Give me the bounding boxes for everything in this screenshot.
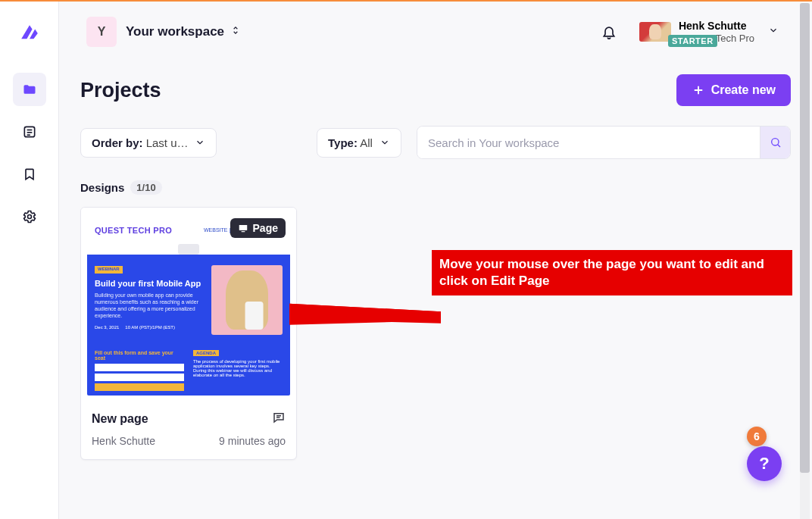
nav-templates[interactable] [13,115,46,149]
create-new-button[interactable]: Create new [676,74,791,106]
designs-count: 1/10 [130,180,161,195]
svg-point-5 [771,139,778,145]
nav-settings[interactable] [13,200,46,233]
scrollbar-thumb[interactable] [800,3,810,473]
project-author: Henk Schutte [92,435,155,447]
chevron-down-icon [195,137,205,148]
comment-icon[interactable] [272,411,286,427]
chevron-down-icon [768,25,779,39]
project-thumbnail: QUEST TECH PRO WEBSITE | WEBINARS | ABOU… [81,208,296,402]
svg-rect-6 [239,225,247,230]
plus-icon [692,83,705,97]
sidebar [0,2,59,519]
type-dropdown[interactable]: Type: All [317,128,401,158]
workspace-badge: Y [86,17,117,47]
search-button[interactable] [760,127,790,158]
designs-section-label: Designs 1/10 [80,180,791,195]
search-field [417,126,791,159]
create-new-label: Create new [711,83,776,97]
project-card[interactable]: QUEST TECH PRO WEBSITE | WEBINARS | ABOU… [80,207,297,460]
workspace-switcher[interactable]: Y Your workspace [86,17,241,47]
page-icon [238,223,248,233]
svg-point-4 [27,215,31,219]
nav-bookmarks[interactable] [13,158,46,191]
avatar [639,22,671,42]
updown-icon [230,25,241,39]
project-time: 9 minutes ago [219,435,286,447]
nav-projects[interactable] [13,73,46,106]
user-menu[interactable]: Henk Schutte est Tech Pro STARTER [639,20,779,44]
user-name: Henk Schutte [679,20,754,33]
notification-count-badge[interactable]: 6 [747,427,767,446]
plan-badge: STARTER [668,35,717,47]
search-input[interactable] [417,127,760,158]
search-icon [770,136,782,149]
notifications-icon[interactable] [597,20,621,44]
order-by-dropdown[interactable]: Order by: Last u… [80,128,217,158]
app-logo [16,20,43,47]
hero-image [211,265,283,335]
help-button[interactable]: ? [747,446,782,481]
topbar: Y Your workspace Henk Schutte est Tech P… [59,2,812,47]
chevron-down-icon [379,137,390,148]
svg-rect-7 [241,231,245,232]
page-type-badge: Page [230,218,286,238]
instruction-callout: Move your mouse over the page you want t… [432,250,792,295]
page-title: Projects [80,79,161,102]
workspace-name: Your workspace [126,24,224,39]
project-title: New page [92,412,148,426]
